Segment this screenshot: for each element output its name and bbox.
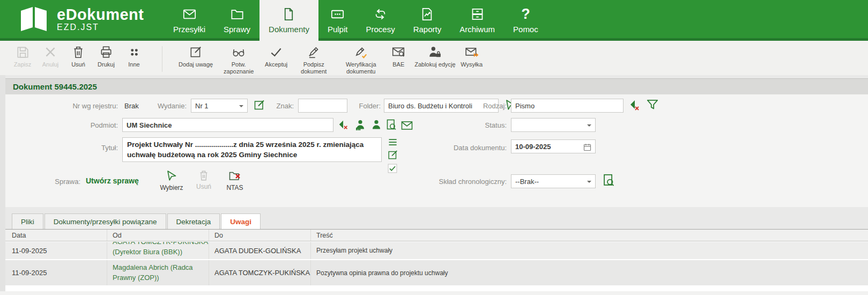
nav-item-archiwum[interactable]: Archiwum: [450, 0, 504, 41]
user-org-icon[interactable]: [354, 119, 367, 131]
accept-button[interactable]: Akceptuj: [264, 45, 288, 68]
document-search-icon[interactable]: [385, 119, 398, 131]
rodzaj-back-remove-icon[interactable]: [628, 99, 641, 112]
brand-subtitle: EZD.JST: [57, 23, 144, 32]
check-square-icon[interactable]: [387, 163, 398, 174]
document-form: Nr wg rejestru: Brak Wydanie: Nr 1 Znak:…: [5, 94, 868, 207]
user-icon[interactable]: [370, 119, 383, 131]
confirm-read-button[interactable]: Potw. zapoznanie: [217, 45, 260, 75]
column-header-tresc[interactable]: Treść: [311, 230, 868, 241]
sklad-select[interactable]: --Brak--: [511, 174, 596, 188]
column-header-od[interactable]: Od: [107, 230, 209, 241]
remove-case-button[interactable]: Usuń: [190, 169, 217, 190]
data-dokumentu-input[interactable]: 10-09-2025: [511, 139, 596, 153]
nav-item-pulpit[interactable]: Pulpit: [318, 0, 357, 41]
column-header-do[interactable]: Do: [209, 230, 311, 241]
print-button[interactable]: Drukuj: [94, 45, 118, 68]
person-lock-icon: [428, 45, 442, 59]
nav-item-procesy[interactable]: Procesy: [357, 0, 404, 41]
dispatch-button[interactable]: Wysyłka: [460, 45, 484, 68]
printer-icon: [99, 45, 113, 59]
envelope-search-icon: [391, 45, 405, 59]
tool-label: Podpisz dokument: [292, 61, 335, 75]
rodzaj-label: Rodzaj:: [432, 102, 507, 110]
nav-item-raporty[interactable]: Raporty: [404, 0, 451, 41]
nav-label: Przesyłki: [173, 25, 205, 34]
tab-label: Dekretacja: [176, 218, 211, 226]
app-logo[interactable]: eDokument EZD.JST: [18, 5, 144, 33]
row-content: Pozytywna opinia prawna do projektu uchw…: [311, 260, 868, 285]
podmiot-label: Podmiot:: [11, 121, 118, 129]
ntas-label: NTAS: [226, 184, 243, 191]
calendar-icon[interactable]: [583, 143, 592, 152]
nav-item-pomoc[interactable]: ? Pomoc: [504, 0, 547, 41]
nav-label: Procesy: [366, 25, 395, 34]
tab-dekretacja[interactable]: Dekretacja: [167, 213, 220, 229]
more-button[interactable]: Inne: [122, 45, 146, 68]
wydanie-label: Wydanie:: [134, 102, 187, 110]
rodzaj-filter-icon[interactable]: [646, 98, 659, 112]
ezd-application-window: eDokument EZD.JST Przesyłki Sprawy Dokum…: [0, 0, 868, 295]
save-icon: [16, 45, 29, 59]
table-row[interactable]: 11-09-2025 AGATA TOMCZYK-PUKIŃSKA (Dyrek…: [5, 242, 868, 259]
sign-document-button[interactable]: Podpisz dokument: [292, 45, 335, 75]
podmiot-input[interactable]: UM Siechnice: [122, 118, 333, 132]
status-select[interactable]: [511, 118, 596, 132]
tool-label: Akceptuj: [265, 61, 287, 68]
row-content: Przesyłam projekt uchwały: [311, 242, 868, 259]
ntas-button[interactable]: NTAS: [220, 169, 250, 191]
question-mark-icon: ?: [521, 7, 530, 21]
tool-label: Weryfikacja dokumentu: [339, 61, 382, 75]
cancel-button[interactable]: Anuluj: [39, 45, 62, 68]
column-header-data[interactable]: Data: [5, 230, 107, 241]
sklad-document-search-icon[interactable]: [602, 173, 616, 188]
rodzaj-input[interactable]: Pismo: [511, 99, 624, 113]
open-book-logo-icon: [18, 5, 49, 33]
table-row[interactable]: 11-09-2025 Magdalena Abrich (Radca Prawn…: [5, 260, 868, 285]
bottom-strip: [0, 291, 868, 295]
podmiot-back-remove-icon[interactable]: [338, 119, 350, 131]
nav-item-przesylki[interactable]: Przesyłki: [164, 0, 214, 41]
podmiot-value: UM Siechnice: [127, 121, 172, 129]
wydanie-value: Nr 1: [195, 102, 209, 110]
row-to: AGATA TOMCZYK-PUKIŃSKA: [209, 260, 311, 285]
tytul-textarea[interactable]: Projekt Uchwały Nr ...................z …: [122, 137, 382, 162]
sprawa-label: Sprawa:: [11, 178, 80, 186]
lock-editing-button[interactable]: Zablokuj edycję: [414, 45, 455, 68]
dashboard-icon: [330, 7, 345, 21]
tool-label: Wysyłka: [461, 61, 483, 68]
row-from-line2: Prawny (ZOP)): [113, 272, 209, 283]
tab-uwagi[interactable]: Uwagi: [221, 213, 261, 229]
trash-icon: [198, 169, 210, 181]
nav-item-dokumenty[interactable]: Dokumenty: [259, 0, 318, 41]
znak-input[interactable]: [298, 99, 347, 113]
check-icon: [269, 45, 283, 59]
tab-dokumenty-przesylki-powiazane[interactable]: Dokumenty/przesyłki powiązane: [44, 213, 166, 229]
add-note-icon: [189, 45, 203, 59]
trash-icon: [71, 45, 85, 59]
delete-button[interactable]: Usuń: [66, 45, 90, 68]
menu-lines-icon[interactable]: [387, 137, 399, 148]
bae-button[interactable]: BAE: [387, 45, 410, 68]
glasses-icon: [232, 45, 246, 59]
save-button[interactable]: Zapisz: [11, 45, 34, 68]
choose-case-label: Wybierz: [160, 184, 183, 191]
envelope-green-icon[interactable]: [400, 119, 414, 132]
tab-label: Uwagi: [230, 218, 251, 226]
tool-label: Zablokuj edycję: [414, 61, 455, 68]
wydanie-select[interactable]: Nr 1: [191, 99, 248, 113]
tool-label: Inne: [128, 61, 139, 68]
tab-pliki[interactable]: Pliki: [12, 213, 43, 229]
edit-tytul-icon[interactable]: [387, 149, 399, 161]
create-case-link[interactable]: Utwórz sprawę: [86, 176, 139, 185]
pen-icon: [307, 45, 321, 59]
verify-document-button[interactable]: Weryfikacja dokumentu: [339, 45, 382, 75]
nav-label: Archiwum: [459, 25, 495, 34]
nav-item-sprawy[interactable]: Sprawy: [214, 0, 259, 41]
znak-label: Znak:: [262, 102, 294, 110]
sklad-label: Skład chronologiczny:: [421, 178, 507, 186]
notes-table-header: Data Od Do Treść: [5, 229, 868, 241]
row-date: 11-09-2025: [5, 260, 107, 285]
add-note-button[interactable]: Dodaj uwagę: [179, 45, 213, 68]
choose-case-button[interactable]: Wybierz: [154, 169, 189, 191]
